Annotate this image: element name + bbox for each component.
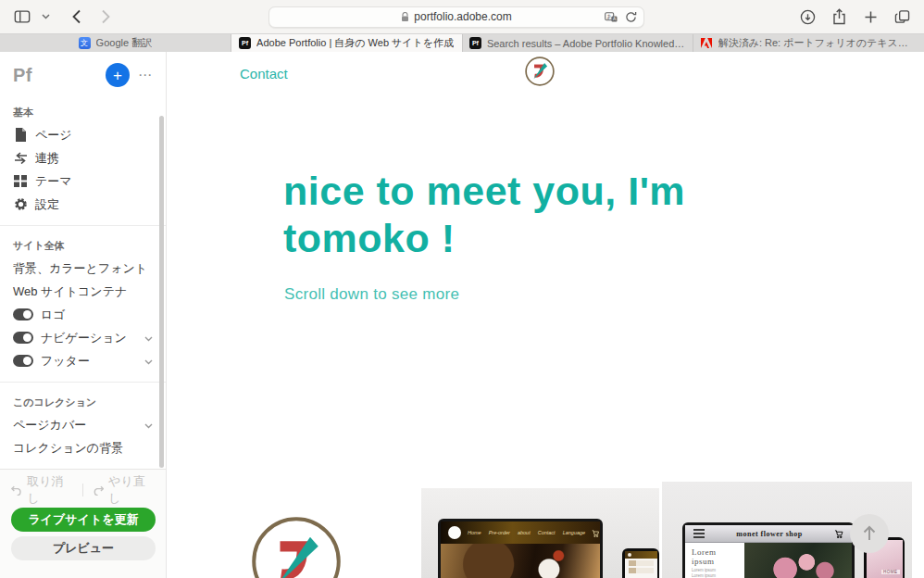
pf-favicon-icon: Pf bbox=[239, 37, 251, 49]
gear-icon bbox=[13, 197, 28, 212]
chevron-down-icon[interactable] bbox=[39, 6, 52, 28]
chevron-down-icon[interactable] bbox=[144, 331, 153, 345]
google-translate-icon: 文 bbox=[79, 37, 91, 49]
reload-icon[interactable] bbox=[625, 11, 637, 23]
add-button[interactable]: + bbox=[106, 63, 130, 87]
sidebar-item-footer[interactable]: フッター bbox=[0, 349, 166, 372]
undo-button[interactable]: 取り消し bbox=[11, 473, 73, 507]
tab-knowledgebase[interactable]: Pf Search results – Adobe Portfolio Know… bbox=[462, 34, 693, 52]
sidebar-item-collection-background[interactable]: コレクションの背景 bbox=[0, 436, 166, 459]
tab-adobe-portfolio[interactable]: Pf Adobe Portfolio | 自身の Web サイトを作成 bbox=[231, 34, 462, 52]
tab-adobe-forum[interactable]: 解決済み: Re: ポートフォリオのテキストの色変更について - Ad… bbox=[693, 34, 924, 52]
home-badge: HOME bbox=[881, 570, 900, 574]
arrow-up-icon bbox=[862, 525, 877, 542]
update-live-site-button[interactable]: ライブサイトを更新 bbox=[11, 508, 156, 532]
chevron-down-icon[interactable] bbox=[144, 418, 153, 432]
more-menu-button[interactable]: ⋯ bbox=[138, 67, 153, 83]
new-tab-icon[interactable] bbox=[857, 6, 883, 28]
sidebar-item-settings[interactable]: 設定 bbox=[0, 193, 166, 216]
cart-icon bbox=[834, 525, 843, 542]
sidebar-item-background-colors-fonts[interactable]: 背景、カラーとフォント bbox=[0, 257, 166, 280]
site-logo-icon[interactable] bbox=[524, 56, 556, 87]
tab-google-translate[interactable]: 文 Google 翻訳 bbox=[0, 34, 231, 52]
hamburger-icon bbox=[693, 529, 705, 538]
editor-sidebar: Pf + ⋯ 基本 ページ 連携 テーマ bbox=[0, 52, 167, 578]
coffee-hero-photo bbox=[441, 544, 600, 578]
downloads-icon[interactable] bbox=[794, 6, 820, 28]
contact-link[interactable]: Contact bbox=[240, 66, 288, 82]
chevron-down-icon[interactable] bbox=[144, 354, 153, 368]
section-label-sitewide: サイト全体 bbox=[0, 226, 166, 257]
sidebar-item-logo[interactable]: ロゴ bbox=[0, 303, 166, 326]
browser-toolbar: portfolio.adobe.com あA bbox=[0, 0, 924, 33]
sidebar-item-navigation[interactable]: ナビゲーション bbox=[0, 326, 166, 349]
section-label-collection: このコレクション bbox=[0, 383, 166, 413]
svg-text:あ: あ bbox=[606, 14, 612, 20]
redo-button[interactable]: やり直し bbox=[93, 473, 155, 507]
sidebar-toggle-icon[interactable] bbox=[9, 6, 35, 28]
pf-favicon-icon: Pf bbox=[469, 37, 481, 49]
sidebar-scrollbar[interactable] bbox=[159, 116, 164, 468]
scroll-to-top-button[interactable] bbox=[850, 514, 889, 553]
sidebar-item-pages[interactable]: ページ bbox=[0, 123, 166, 146]
big-site-logo-icon bbox=[250, 515, 343, 578]
cart-icon bbox=[592, 524, 599, 541]
sidebar-item-integrations[interactable]: 連携 bbox=[0, 146, 166, 170]
divider bbox=[82, 484, 83, 496]
hero-subheading: Scroll down to see more bbox=[284, 285, 459, 304]
lock-icon bbox=[401, 12, 409, 22]
translate-icon[interactable]: あA bbox=[605, 12, 618, 22]
tab-overview-icon[interactable] bbox=[889, 6, 915, 28]
flower-heading: Lorem ipsum bbox=[692, 547, 741, 566]
pf-logo: Pf bbox=[13, 65, 32, 86]
page-icon bbox=[13, 128, 28, 143]
flower-shop-title: monet flower shop bbox=[705, 530, 834, 538]
tab-bar: 文 Google 翻訳 Pf Adobe Portfolio | 自身の Web… bbox=[0, 33, 924, 52]
flower-photo bbox=[744, 543, 852, 578]
section-label-basic: 基本 bbox=[0, 93, 166, 123]
address-bar[interactable]: portfolio.adobe.com あA bbox=[268, 6, 644, 28]
layout-grid-icon bbox=[13, 174, 28, 189]
logo-toggle[interactable] bbox=[13, 308, 33, 320]
url-text: portfolio.adobe.com bbox=[414, 10, 511, 23]
portfolio-image-coffee-site[interactable]: Home Pre-order about Contact Language bbox=[421, 488, 659, 578]
sidebar-item-page-cover[interactable]: ページカバー bbox=[0, 413, 166, 436]
sidebar-item-themes[interactable]: テーマ bbox=[0, 170, 166, 193]
adobe-favicon-icon bbox=[701, 37, 713, 49]
swap-arrows-icon bbox=[13, 151, 28, 166]
site-preview: Contact nice to meet you, I'm tomoko ! S… bbox=[167, 52, 924, 578]
navigation-toggle[interactable] bbox=[13, 332, 33, 344]
forward-button[interactable] bbox=[93, 6, 119, 28]
preview-button[interactable]: プレビュー bbox=[11, 536, 156, 560]
sidebar-item-site-container[interactable]: Web サイトコンテナ bbox=[0, 280, 166, 303]
hero-heading: nice to meet you, I'm tomoko ! bbox=[283, 168, 742, 261]
footer-toggle[interactable] bbox=[13, 355, 33, 367]
share-icon[interactable] bbox=[826, 6, 852, 28]
laptop-mockup: Home Pre-order about Contact Language bbox=[438, 519, 603, 578]
back-button[interactable] bbox=[63, 6, 89, 28]
laptop-mockup: monet flower shop Lorem ipsum Lorem ipsu… bbox=[682, 522, 855, 578]
coffee-logo-icon bbox=[448, 526, 461, 539]
phone-mockup bbox=[622, 548, 659, 578]
sidebar-footer-panel: 取り消し やり直し ライブサイトを更新 プレビュー bbox=[0, 469, 166, 578]
